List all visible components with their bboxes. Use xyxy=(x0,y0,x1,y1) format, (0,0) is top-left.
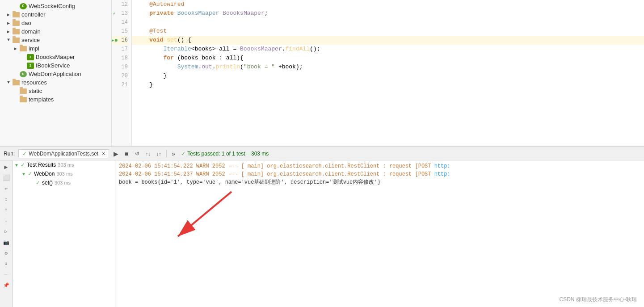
keyword-void: void xyxy=(149,37,163,43)
console-link-1[interactable]: http: xyxy=(434,163,450,169)
expand-arrow-child: ▼ xyxy=(21,172,27,177)
line-num-13: ⚡ 13 xyxy=(112,9,128,18)
left-run-button[interactable]: ▷ xyxy=(1,227,11,236)
expand-arrow: ▼ xyxy=(14,163,20,168)
tree-item-service[interactable]: service xyxy=(0,36,111,44)
type-iterable: Iterable xyxy=(163,46,191,52)
tree-item-resources[interactable]: resources xyxy=(0,78,111,87)
left-sort-button[interactable]: ↕ xyxy=(1,194,11,204)
test-set-node[interactable]: ✓ set() 303 ms xyxy=(13,178,115,187)
test-root-duration: 303 ms xyxy=(58,162,74,168)
sort-desc-button[interactable]: ↓↑ xyxy=(154,149,164,159)
spring-icon: C xyxy=(20,3,27,9)
keyword-for: for xyxy=(163,55,173,61)
left-pin-button[interactable]: 📌 xyxy=(1,280,11,290)
annotation-test: @Test xyxy=(149,28,167,34)
type-booksmaaper: BoooksMaaper xyxy=(177,10,219,17)
sort-asc-button[interactable]: ↑↓ xyxy=(143,149,153,159)
tree-item-domain[interactable]: domain xyxy=(0,27,111,36)
test-root-label: Test Results xyxy=(27,162,56,168)
run-tab[interactable]: ✓ WebDomApplicationTests.set × xyxy=(18,149,109,158)
tree-item-static[interactable]: static xyxy=(0,87,111,95)
console-link-2[interactable]: http: xyxy=(434,171,450,177)
booksmaaper-label: BoooksMaaper xyxy=(36,54,75,60)
arrow-right-icon xyxy=(14,46,20,51)
stop-button[interactable]: ■ xyxy=(122,149,131,159)
tree-item-websocketconfig[interactable]: C WebSocketConfig xyxy=(0,2,111,10)
play-button[interactable]: ▶ xyxy=(111,149,121,159)
code-line-18: for (books book : all){ xyxy=(132,54,644,63)
test-webdon-node[interactable]: ▼ ✓ WebDon 303 ms xyxy=(13,169,115,178)
arrow-right-icon xyxy=(7,21,13,26)
folder-icon xyxy=(20,46,27,51)
tree-item-webdomapp[interactable]: C WebDomApplication xyxy=(0,70,111,78)
run-label: Run: xyxy=(4,151,15,157)
line-num-21: 21 xyxy=(112,80,128,89)
file-tree: C WebSocketConfig controller dao domain … xyxy=(0,0,112,146)
folder-icon xyxy=(20,97,27,102)
warn-text-2: 2024-02-06 15:41:54.237 WARN 2052 --- [ … xyxy=(119,171,434,177)
book-output-text: book = books{id='1', type='vue', name='v… xyxy=(119,179,381,185)
type-system: System xyxy=(177,63,198,70)
left-rerun-button[interactable]: ↩ xyxy=(1,184,11,193)
console-line-2: 2024-02-06 15:41:54.237 WARN 2052 --- [ … xyxy=(119,170,640,178)
arrow-line xyxy=(178,192,232,236)
folder-icon xyxy=(13,29,20,34)
impl-label: impl xyxy=(29,45,39,52)
toolbar-separator xyxy=(166,150,167,158)
static-label: static xyxy=(29,88,42,94)
test-root-node[interactable]: ▼ ✓ Test Results 303 ms xyxy=(13,160,115,169)
code-line-16: void set() { xyxy=(132,36,644,45)
check-icon: ✓ xyxy=(181,151,185,157)
left-up-button[interactable]: ↑ xyxy=(1,205,11,215)
code-line-20: } xyxy=(132,71,644,80)
resources-label: resources xyxy=(21,79,47,86)
bottom-panel: Run: ✓ WebDomApplicationTests.set × ▶ ■ … xyxy=(0,146,644,307)
tree-item-booksmaaper[interactable]: I BoooksMaaper xyxy=(0,53,111,61)
webdomapp-label: WebDomApplication xyxy=(29,71,81,77)
test-pass-icon-child: ✓ xyxy=(28,171,32,177)
test-pass-icon: ✓ xyxy=(21,162,25,168)
keyword-private: private xyxy=(149,10,174,17)
line-num-17: 17 xyxy=(112,45,128,54)
string-book: "book = " xyxy=(244,63,275,70)
test-results-tree: ▼ ✓ Test Results 303 ms ▼ ✓ WebDon 303 m… xyxy=(13,160,115,307)
arrow-right-icon xyxy=(7,12,13,17)
test-set-duration: 303 ms xyxy=(55,180,71,185)
left-camera-button[interactable]: 📷 xyxy=(1,237,11,247)
service-label: service xyxy=(21,37,40,43)
left-down-button[interactable]: ↓ xyxy=(1,216,11,226)
red-arrow-annotation xyxy=(151,183,285,272)
arrow-down-icon xyxy=(7,38,13,42)
tree-item-dao[interactable]: dao xyxy=(0,19,111,27)
line-num-12: 12 xyxy=(112,0,128,9)
domain-label: domain xyxy=(21,28,41,35)
code-line-17: Iterable<books> all = BoooksMaaper.findA… xyxy=(132,45,644,54)
tree-item-templates[interactable]: templates xyxy=(0,95,111,104)
folder-icon xyxy=(13,21,20,26)
left-stop-button[interactable]: ⬜ xyxy=(1,173,11,183)
warn-text-1: 2024-02-06 15:41:54.222 WARN 2052 --- [ … xyxy=(119,163,434,169)
line-num-19: 19 xyxy=(112,63,128,71)
line-num-18: 18 xyxy=(112,54,128,63)
folder-icon xyxy=(13,38,20,43)
more-options-button[interactable]: » xyxy=(168,149,178,159)
arrow-right-icon xyxy=(7,29,13,34)
console-line-1: 2024-02-06 15:41:54.222 WARN 2052 --- [ … xyxy=(119,162,640,170)
dao-label: dao xyxy=(21,20,31,26)
tree-item-ibookservice[interactable]: I IBookService xyxy=(0,61,111,70)
templates-label: templates xyxy=(29,96,54,103)
left-export-button[interactable]: ⬇ xyxy=(1,259,11,269)
bottom-output-area: 2024-02-06 15:41:54.222 WARN 2052 --- [ … xyxy=(115,160,644,307)
rerun-failed-button[interactable]: ↺ xyxy=(132,149,142,159)
tree-item-controller[interactable]: controller xyxy=(0,10,111,19)
left-settings-button[interactable]: ⚙ xyxy=(1,248,11,258)
tree-item-impl[interactable]: impl xyxy=(0,44,111,53)
controller-label: controller xyxy=(21,11,45,18)
method-println: println xyxy=(215,63,240,70)
code-line-13: private BoooksMaaper BoooksMaaper; xyxy=(132,9,644,18)
semicolon: ; xyxy=(265,10,268,17)
tab-close-button[interactable]: × xyxy=(102,151,105,157)
field-out: out xyxy=(202,63,212,70)
left-play-button[interactable]: ▶ xyxy=(1,162,11,172)
